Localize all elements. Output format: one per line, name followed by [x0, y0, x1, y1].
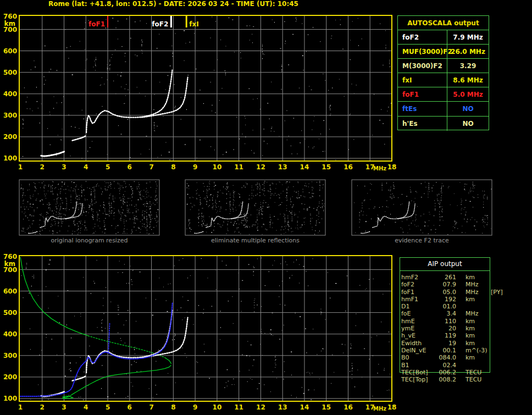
y-tick-label: 760 — [3, 13, 17, 20]
x-tick-label: 14 — [300, 403, 309, 411]
aip-row-b0: B0084.0km — [401, 354, 531, 361]
y-tick-label: 100 — [3, 154, 17, 162]
aip-row-tecbot: TEC[Bot]006.2TECU — [401, 369, 531, 376]
x-tick-label: 1 — [18, 403, 23, 411]
aip-table-body: hmF2261kmfoF207.9MHzfoF105.0MHz[PY]hmF11… — [401, 274, 531, 383]
y-tick-label: 760 — [3, 253, 17, 261]
autoscala-row-muf3000f2: MUF(3000)F226.0 MHz — [398, 45, 489, 59]
y-axis-unit: km — [4, 20, 15, 27]
aip-row-tectop: TEC[Top]008.2TECU — [401, 376, 531, 383]
y-tick-label: 400 — [3, 330, 17, 338]
autoscala-output-table: AUTOSCALA output foF27.9 MHzMUF(3000)F22… — [397, 15, 489, 130]
aip-label: DelN_vE — [401, 347, 434, 354]
aip-label: hmE — [401, 318, 434, 325]
aip-unit — [456, 303, 490, 310]
aip-value: 110 — [434, 318, 456, 325]
x-tick-label: 15 — [322, 403, 331, 411]
aip-value: 02.4 — [434, 362, 456, 369]
autoscala-table-title: AUTOSCALA output — [398, 16, 489, 30]
bottom-profile-plot: 760700600500400300200100km12345678910111… — [0, 250, 401, 415]
x-tick-label: 16 — [343, 403, 353, 411]
aip-row-hme: hmE110km — [401, 318, 531, 325]
x-tick-label: 10 — [213, 163, 222, 171]
processing-thumbnails — [0, 176, 532, 237]
aip-label: hmF1 — [401, 296, 434, 303]
x-tick-label: 13 — [278, 163, 287, 171]
aip-value: 008.2 — [434, 376, 456, 383]
foF2-marker-label: foF2 — [152, 20, 168, 28]
y-tick-label: 400 — [3, 90, 17, 98]
aip-label: B1 — [401, 362, 434, 369]
aip-unit: km — [456, 296, 490, 303]
aip-table-title: AIP output — [400, 257, 490, 271]
aip-value: 3.4 — [434, 310, 456, 317]
aip-unit: km — [456, 332, 490, 339]
x-tick-label: 3 — [62, 403, 66, 411]
aip-unit: km — [456, 340, 490, 347]
aip-value: 192 — [434, 296, 456, 303]
aip-unit: km — [456, 354, 490, 361]
aip-note — [490, 281, 491, 288]
x-tick-label: 12 — [256, 403, 265, 411]
autoscala-row-hes: h'EsNO — [398, 117, 489, 131]
x-tick-label: 3 — [62, 163, 66, 171]
thumbnail-caption-evidence-f2: evidence F2 trace — [352, 237, 492, 245]
station-date-title: Rome (lat: +41.8, lon: 012.5) - DATE: 20… — [48, 0, 298, 8]
aip-unit: km — [456, 274, 490, 281]
x-tick-label: 16 — [343, 163, 353, 171]
aip-unit: m^(-3) — [456, 347, 490, 354]
aip-label: hmF2 — [401, 274, 434, 281]
aip-value: 19 — [434, 340, 456, 347]
autoscala-param-label: M(3000)F2 — [398, 59, 447, 73]
y-tick-label: 200 — [3, 373, 17, 381]
x-tick-label: 9 — [193, 403, 197, 411]
aip-unit — [456, 362, 490, 369]
y-tick-label: 300 — [3, 112, 17, 119]
x-tick-label: 7 — [149, 163, 153, 171]
aip-label: foF2 — [401, 281, 434, 288]
y-tick-label: 500 — [3, 69, 17, 76]
x-tick-label: 18 — [387, 403, 397, 411]
aip-note — [490, 354, 491, 361]
autoscala-row-fxi: fxI8.6 MHz — [398, 73, 489, 87]
aip-note — [490, 369, 491, 376]
aip-note — [490, 340, 491, 347]
aip-unit: TECU — [456, 376, 490, 383]
aip-row-hmf2: hmF2261km — [401, 274, 531, 281]
aip-note — [490, 332, 491, 339]
autoscala-param-label: h'Es — [398, 117, 447, 131]
aip-value: 261 — [434, 274, 456, 281]
fxI-marker-label: fxI — [189, 20, 198, 28]
aip-value: 119 — [434, 332, 456, 339]
aip-label: foF1 — [401, 289, 434, 296]
y-tick-label: 300 — [3, 352, 17, 359]
aip-value: 07.9 — [434, 281, 456, 288]
x-tick-label: 4 — [84, 163, 88, 171]
aip-unit: MHz — [456, 289, 490, 296]
x-axis-unit: MHz — [373, 165, 386, 171]
aip-note — [490, 347, 491, 354]
aip-row-d1: D101.0 — [401, 303, 531, 310]
x-tick-label: 11 — [234, 163, 243, 171]
x-tick-label: 6 — [128, 403, 132, 411]
aip-note: [PY] — [490, 289, 503, 296]
autoscala-param-value: NO — [447, 117, 489, 131]
autoscala-param-value: 5.0 MHz — [447, 87, 489, 101]
autoscala-param-value: 7.9 MHz — [447, 30, 489, 44]
x-axis-unit: MHz — [373, 406, 386, 412]
y-tick-label: 600 — [3, 47, 17, 55]
aip-label: D1 — [401, 303, 434, 310]
thumbnail-caption-original: original ionogram resized — [19, 237, 159, 245]
top-ionogram-plot: foF1foF2fxI760700600500400300200100km123… — [0, 8, 401, 174]
aip-unit: MHz — [456, 281, 490, 288]
autoscala-param-label: MUF(3000)F2 — [398, 45, 447, 58]
autoscala-param-value: NO — [447, 102, 489, 115]
x-tick-label: 13 — [278, 403, 287, 411]
autoscala-app-window: Rome (lat: +41.8, lon: 012.5) - DATE: 20… — [0, 0, 532, 415]
aip-row-yme: ymE20km — [401, 325, 531, 332]
aip-row-hve: h_vE119km — [401, 332, 531, 339]
thumbnail-0 — [19, 180, 159, 235]
x-tick-label: 6 — [128, 163, 132, 171]
aip-label: foE — [401, 310, 434, 317]
x-tick-label: 8 — [171, 403, 175, 411]
